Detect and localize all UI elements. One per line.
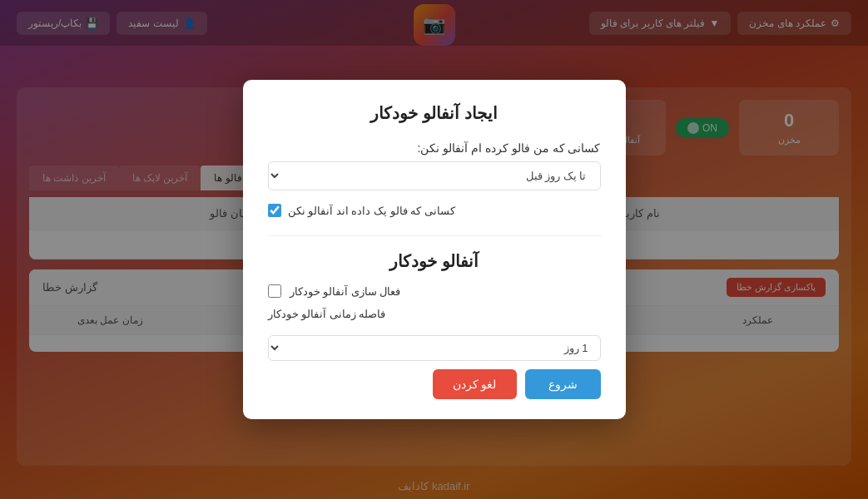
autounfollow-modal: ایجاد آنفالو خودکار کسانی که من فالو کرد… (243, 80, 626, 419)
checkbox-row: کسانی که فالو یک داده اند آنفالو نکن (268, 204, 601, 217)
autounfollow-toggle-row: فعال سازی آنفالو خودکار (268, 284, 601, 298)
modal-section1-label: کسانی که من فالو کرده ام آنفالو نکن: (268, 141, 601, 155)
section1-select[interactable]: تا یک روز قبل تا دو روز قبل تا یک هفته ق… (268, 161, 601, 190)
autounfollow-activate-checkbox[interactable] (268, 284, 281, 298)
cancel-btn-label: لغو کردن (453, 378, 497, 391)
modal-title: ایجاد آنفالو خودکار (268, 103, 601, 123)
modal-overlay: ایجاد آنفالو خودکار کسانی که من فالو کرد… (0, 0, 868, 499)
autounfollow-section-title: آنفالو خودکار (268, 251, 601, 271)
modal-footer-buttons: شروع لغو کردن (268, 369, 601, 399)
cancel-button[interactable]: لغو کردن (433, 369, 517, 399)
toggle-activate-label: فعال سازی آنفالو خودکار (290, 285, 401, 298)
interval-row: فاصله زمانی آنفالو خودکار (268, 308, 601, 320)
checkbox-label: کسانی که فالو یک داده اند آنفالو نکن (288, 205, 455, 217)
start-button[interactable]: شروع (525, 369, 601, 399)
interval-label: فاصله زمانی آنفالو خودکار (268, 308, 386, 320)
start-btn-label: شروع (548, 378, 578, 391)
interval-select[interactable]: 1 روز 2 روز 3 روز 1 هفته (268, 335, 601, 361)
modal-divider (268, 235, 601, 236)
no-followers-checkbox[interactable] (268, 204, 281, 217)
